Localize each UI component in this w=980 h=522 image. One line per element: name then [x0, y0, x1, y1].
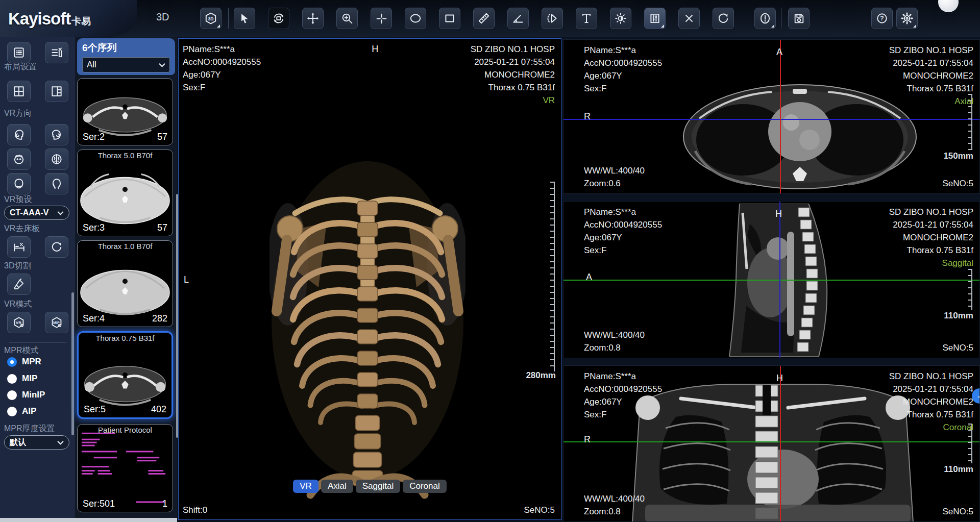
image-count: 57	[157, 132, 167, 142]
layout-list-icon[interactable]	[7, 42, 31, 63]
vr-preset-value: CT-AAA-V	[10, 208, 48, 217]
horizontal-scrollbar[interactable]	[0, 518, 177, 522]
view-type-label: VR	[471, 94, 555, 107]
delete-icon[interactable]	[678, 8, 700, 29]
ellipse-roi-icon[interactable]	[405, 8, 426, 29]
mpr-thickness-select[interactable]: 默认	[4, 435, 69, 450]
patient-age: Age:067Y	[584, 231, 662, 244]
vr-head-left-icon[interactable]	[7, 124, 31, 145]
reset-icon[interactable]	[713, 8, 734, 29]
series-thumbnail-ser2[interactable]: Ser:2 57	[77, 78, 173, 145]
patient-info-overlay: PName:S***a AccNO:0004920555 Age:067Y Se…	[584, 44, 662, 95]
vr-head-split-icon[interactable]	[45, 148, 68, 170]
vr-view-button[interactable]: VR	[293, 480, 318, 493]
series-no-value: SeNO:5	[943, 177, 973, 190]
sidebar-scrollbar[interactable]	[71, 292, 74, 435]
radio-label: MPR	[22, 357, 41, 367]
vr-head-right-icon[interactable]	[45, 124, 68, 145]
layout-right-column-icon[interactable]	[45, 81, 68, 102]
help-icon[interactable]: ?	[871, 8, 893, 29]
crosshair-horizontal-green[interactable]	[564, 441, 979, 442]
levels-panel-icon[interactable]	[644, 8, 666, 29]
patient-age: Age:067Y	[584, 69, 662, 82]
accession-number: AccNO:0004920555	[183, 56, 261, 68]
radio-aip[interactable]: AIP	[7, 406, 36, 416]
series-thumbnail-ser3[interactable]: Thorax 5.0 B70f Ser:3 57	[77, 150, 173, 236]
study-info-overlay: SD ZIBO NO.1 HOSP 2025-01-21 07:55:04 MO…	[471, 43, 555, 107]
saggital-view-button[interactable]: Saggital	[356, 480, 400, 493]
coronal-view-button[interactable]: Coronal	[403, 480, 447, 493]
rotate-3d-icon[interactable]	[268, 8, 289, 29]
dropdown-caret	[661, 24, 664, 28]
mpr-axial-viewport[interactable]: PName:S***a AccNO:0004920555 Age:067Y Se…	[563, 39, 980, 194]
study-info-overlay: SD ZIBO NO.1 HOSP 2025-01-21 07:55:04 MO…	[889, 44, 973, 108]
top-toolbar: Kayisoft 卡易 3D 3D	[0, 0, 980, 37]
vr-head-top-icon[interactable]	[7, 148, 31, 170]
series-thumbnail-ser5-selected[interactable]: Thorax 0.75 B31f Ser:5 402	[77, 331, 173, 419]
dicom-viewer-app: Kayisoft 卡易 3D 3D	[0, 0, 980, 522]
mpr-coronal-viewport[interactable]: PName:S***a AccNO:0004920555 Age:067Y Se…	[563, 365, 980, 522]
crosshair-vertical-red[interactable]	[780, 40, 781, 193]
image-count: 282	[152, 313, 167, 324]
photometric-interpretation: MONOCHROME2	[889, 69, 973, 82]
radio-circle	[7, 390, 17, 400]
hospital-name: SD ZIBO NO.1 HOSP	[471, 43, 555, 56]
series-title: Thorax 0.75 B31f	[79, 334, 172, 342]
user-avatar[interactable]	[938, 0, 959, 12]
vr-bed-removal-label: VR去床板	[4, 223, 40, 234]
layout-grid-2x2-icon[interactable]	[7, 81, 31, 102]
orientation-marker-left: A	[586, 272, 592, 283]
vr-preset-select[interactable]: CT-AAA-V	[4, 206, 69, 220]
series-no-value: SeNO:5	[524, 504, 555, 516]
rect-roi-icon[interactable]	[439, 8, 460, 29]
radio-mip[interactable]: MIP	[7, 374, 37, 384]
crosshair-horizontal-blue[interactable]	[564, 119, 979, 120]
bed-reset-icon[interactable]	[45, 236, 68, 258]
vr-skeleton-render	[270, 152, 465, 518]
scalpel-icon[interactable]	[7, 274, 31, 295]
ruler-icon[interactable]	[473, 8, 495, 29]
radio-minip[interactable]: MinIP	[7, 390, 45, 400]
hospital-name: SD ZIBO NO.1 HOSP	[889, 206, 973, 218]
settings-icon[interactable]	[896, 8, 918, 29]
vr-mode-mip-icon[interactable]: MIP	[45, 312, 68, 333]
pan-icon[interactable]	[302, 8, 324, 29]
vr-mode-label: VR模式	[4, 299, 32, 310]
study-datetime: 2025-01-21 07:55:04	[889, 383, 973, 395]
photometric-interpretation: MONOCHROME2	[471, 68, 555, 81]
vr-head-back-icon[interactable]	[45, 173, 68, 194]
study-datetime: 2025-01-21 07:55:04	[889, 218, 973, 231]
crosshair-icon[interactable]	[371, 8, 392, 29]
series-thumbnail-ser501[interactable]: Patient Protocol Ser:501 1	[77, 424, 173, 512]
mpr-saggital-viewport[interactable]: PName:S***a AccNO:0004920555 Age:067Y Se…	[563, 201, 980, 358]
remove-bed-icon[interactable]	[7, 236, 31, 258]
axial-view-button[interactable]: Axial	[321, 480, 353, 493]
series-thumbnail-ser4[interactable]: Thorax 1.0 B70f Ser:4 282	[77, 240, 173, 327]
series-filter-value: All	[87, 60, 96, 70]
brand-name: Kayisoft	[8, 9, 70, 29]
vr-head-front-icon[interactable]	[7, 173, 31, 194]
series-number: Ser:501	[83, 499, 115, 509]
window-level-icon[interactable]	[610, 8, 631, 29]
view-type-label: Coronal	[889, 421, 973, 434]
alert-icon[interactable]	[754, 8, 776, 29]
accession-number: AccNO:0004920555	[584, 218, 662, 231]
photometric-interpretation: MONOCHROME2	[889, 231, 973, 244]
save-icon[interactable]	[788, 8, 810, 29]
vr-viewport[interactable]: PName:S***a AccNO:0004920555 Age:067Y Se…	[178, 38, 561, 520]
cursor-icon[interactable]	[234, 8, 255, 29]
view-3d-cube-icon[interactable]: 3D	[200, 8, 222, 29]
cobb-angle-icon[interactable]	[542, 8, 563, 29]
crosshair-vertical-red[interactable]	[780, 366, 781, 521]
crosshair-vertical-blue[interactable]	[779, 202, 780, 358]
radio-mpr[interactable]: MPR	[7, 357, 41, 367]
dropdown-caret	[217, 24, 220, 28]
layout-close-icon[interactable]	[45, 42, 68, 63]
zoom-in-icon[interactable]	[336, 8, 358, 29]
orientation-marker-top: A	[776, 47, 782, 58]
vr-mode-vr-icon[interactable]: VR	[7, 312, 31, 333]
crosshair-horizontal-green[interactable]	[564, 280, 979, 281]
text-annotation-icon[interactable]	[576, 8, 597, 29]
angle-icon[interactable]	[507, 8, 529, 29]
series-filter-select[interactable]: All	[82, 57, 170, 72]
